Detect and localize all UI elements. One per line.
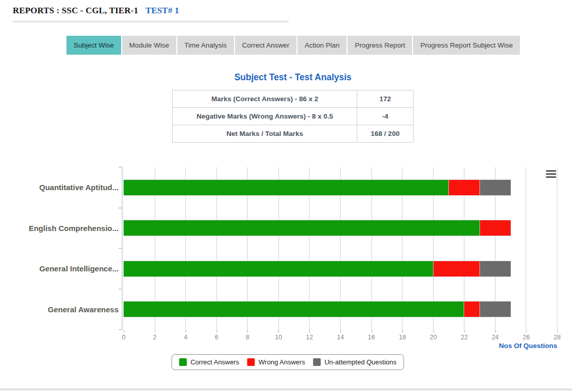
x-tick-label: 0 — [113, 334, 134, 341]
tab-bar: Subject WiseModule WiseTime AnalysisCorr… — [66, 36, 520, 55]
x-axis-tick — [279, 330, 279, 333]
legend-label-correct-answers: Correct Answers — [190, 358, 239, 366]
bar-segment-wrong-answers[interactable] — [449, 180, 480, 195]
marks-row-label: Marks (Correct Answers) - 86 x 2 — [173, 90, 357, 108]
bar-english-comprehensio — [124, 220, 511, 236]
y-axis-tick — [119, 329, 122, 330]
tab-module-wise[interactable]: Module Wise — [122, 36, 176, 55]
legend-swatch-correct-answers — [179, 358, 187, 366]
bar-segment-wrong-answers[interactable] — [464, 302, 479, 317]
marks-table-row: Net Marks / Total Marks168 / 200 — [173, 125, 414, 143]
bar-segment-correct-answers[interactable] — [124, 261, 433, 276]
tab-correct-answer[interactable]: Correct Answer — [235, 36, 296, 55]
category-label-general-intelligence: General Intelligence... — [0, 248, 119, 289]
y-axis-tick — [119, 167, 122, 168]
legend-label-wrong-answers: Wrong Answers — [259, 358, 305, 366]
legend-swatch-wrong-answers — [247, 358, 255, 366]
x-tick-label: 22 — [454, 334, 474, 341]
bar-segment-correct-answers[interactable] — [124, 220, 480, 236]
marks-row-label: Net Marks / Total Marks — [173, 125, 357, 143]
legend-item-wrong-answers[interactable]: Wrong Answers — [247, 358, 305, 366]
marks-row-value: 172 — [357, 90, 414, 108]
bar-general-awareness — [124, 302, 511, 317]
x-tick-label: 10 — [268, 334, 289, 341]
gridline — [525, 167, 527, 330]
x-tick-label: 24 — [485, 334, 506, 341]
test-number-link[interactable]: TEST# 1 — [145, 6, 179, 15]
x-tick-label: 8 — [237, 334, 258, 341]
tab-subject-wise[interactable]: Subject Wise — [66, 36, 121, 55]
y-axis-tick — [119, 248, 122, 249]
page-title: REPORTS : SSC - CGL, TIER-1 — [13, 6, 138, 15]
legend-item-un-attempted-questions[interactable]: Un-attempted Questions — [313, 358, 397, 366]
x-axis-tick — [433, 330, 434, 333]
report-header: REPORTS : SSC - CGL, TIER-1TEST# 1 — [13, 6, 179, 16]
x-axis-tick — [124, 330, 124, 333]
x-axis-tick — [309, 330, 310, 333]
x-axis-tick — [402, 330, 403, 333]
x-axis-tick — [372, 330, 372, 333]
x-tick-label: 2 — [145, 334, 165, 341]
tab-progress-report[interactable]: Progress Report — [348, 36, 412, 55]
x-axis-tick — [526, 330, 527, 333]
bar-segment-wrong-answers[interactable] — [433, 261, 480, 276]
x-tick-label: 12 — [299, 334, 319, 341]
gridline — [557, 167, 558, 330]
legend-label-un-attempted-questions: Un-attempted Questions — [325, 358, 397, 366]
tab-action-plan[interactable]: Action Plan — [298, 36, 347, 55]
marks-row-value: -4 — [357, 108, 414, 125]
x-axis-tick — [557, 330, 558, 333]
x-axis-tick — [495, 330, 496, 333]
x-tick-label: 28 — [547, 334, 567, 341]
bar-segment-un-attempted-questions[interactable] — [480, 180, 511, 195]
marks-table-row: Marks (Correct Answers) - 86 x 2172 — [173, 90, 414, 108]
header-underline — [13, 20, 289, 22]
x-axis-tick — [217, 330, 217, 333]
x-tick-label: 16 — [361, 334, 382, 341]
bar-quantitative-aptitud — [124, 180, 511, 195]
analysis-title: Subject Test - Test Analysis — [172, 72, 414, 83]
x-axis-title: Nos Of Questions — [499, 342, 557, 350]
marks-row-value: 168 / 200 — [357, 125, 414, 143]
chart-legend: Correct AnswersWrong AnswersUn-attempted… — [171, 354, 404, 370]
subject-analysis-chart: Nos Of Questions Correct AnswersWrong An… — [0, 166, 572, 381]
tab-progress-report-subject-wise[interactable]: Progress Report Subject Wise — [413, 36, 520, 55]
bar-general-intelligence — [124, 261, 511, 276]
x-tick-label: 6 — [207, 334, 227, 341]
x-tick-label: 18 — [392, 334, 413, 341]
chart-menu-icon[interactable] — [546, 170, 556, 179]
x-tick-label: 20 — [423, 334, 444, 341]
bar-segment-correct-answers[interactable] — [124, 180, 449, 195]
bottom-divider — [0, 388, 572, 390]
y-axis-tick — [119, 207, 122, 209]
y-axis-tick — [119, 289, 122, 290]
x-axis-tick — [464, 330, 465, 333]
x-axis-tick — [340, 330, 341, 333]
bar-segment-un-attempted-questions[interactable] — [480, 302, 511, 317]
category-label-quantitative-aptitud: Quantitative Aptitud... — [0, 167, 119, 208]
x-axis-tick — [186, 330, 186, 333]
legend-item-correct-answers[interactable]: Correct Answers — [179, 358, 239, 366]
x-axis-tick — [155, 330, 155, 333]
x-tick-label: 26 — [516, 334, 536, 341]
category-label-english-comprehensio: English Comprehensio... — [0, 208, 119, 249]
x-tick-label: 14 — [330, 334, 351, 341]
marks-table-row: Negative Marks (Wrong Answers) - 8 x 0.5… — [173, 108, 414, 125]
legend-swatch-un-attempted-questions — [313, 358, 321, 366]
x-tick-label: 4 — [175, 334, 196, 341]
x-axis-tick — [247, 330, 248, 333]
marks-row-label: Negative Marks (Wrong Answers) - 8 x 0.5 — [173, 108, 357, 125]
tab-time-analysis[interactable]: Time Analysis — [177, 36, 234, 55]
bar-segment-correct-answers[interactable] — [124, 302, 464, 317]
category-label-general-awareness: General Awareness — [0, 289, 119, 330]
marks-table: Marks (Correct Answers) - 86 x 2172Negat… — [172, 90, 414, 143]
bar-segment-wrong-answers[interactable] — [480, 220, 511, 236]
bar-segment-un-attempted-questions[interactable] — [480, 261, 511, 276]
